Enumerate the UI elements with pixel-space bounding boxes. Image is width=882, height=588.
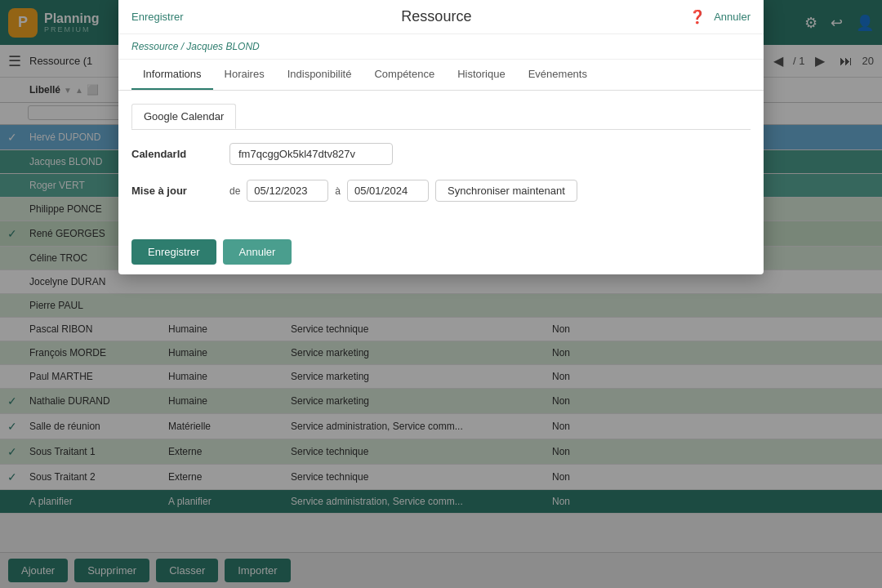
calendar-id-group: CalendarId (131, 143, 751, 165)
de-label: de (229, 185, 240, 197)
sync-button[interactable]: Synchroniser maintenant (435, 180, 577, 202)
date-to-input[interactable] (347, 180, 429, 202)
modal-body: Google Calendar CalendarId Mise à jour d… (118, 91, 764, 229)
modal-register-link[interactable]: Enregistrer (131, 11, 184, 23)
date-row: de à Synchroniser maintenant (229, 180, 577, 202)
modal-cancel-button[interactable]: Annuler (223, 239, 292, 265)
mise-a-jour-group: Mise à jour de à Synchroniser maintenant (131, 180, 751, 202)
tab-indisponibilite[interactable]: Indisponibilité (276, 60, 363, 90)
tab-historique[interactable]: Historique (446, 60, 517, 90)
help-icon[interactable]: ❓ (689, 9, 706, 24)
tab-evenements[interactable]: Evénements (517, 60, 599, 90)
modal-tabs: Informations Horaires Indisponibilité Co… (118, 60, 764, 91)
mise-a-jour-label: Mise à jour (131, 185, 229, 197)
modal-breadcrumb: Ressource / Jacques BLOND (118, 34, 764, 60)
modal-overlay: Enregistrer Ressource ❓ Annuler Ressourc… (0, 0, 882, 588)
a-label: à (335, 185, 341, 197)
date-from-input[interactable] (247, 180, 328, 202)
tab-horaires[interactable]: Horaires (213, 60, 276, 90)
calendar-id-input[interactable] (229, 143, 393, 165)
modal-cancel-link[interactable]: Annuler (714, 11, 751, 23)
modal-title: Ressource (197, 8, 677, 25)
modal-header-right: ❓ Annuler (689, 9, 751, 24)
tab-competence[interactable]: Compétence (363, 60, 446, 90)
tab-informations[interactable]: Informations (131, 60, 213, 90)
modal-header: Enregistrer Ressource ❓ Annuler (118, 0, 764, 34)
calendar-id-label: CalendarId (131, 148, 229, 160)
modal-save-button[interactable]: Enregistrer (131, 239, 216, 265)
modal: Enregistrer Ressource ❓ Annuler Ressourc… (118, 0, 764, 274)
modal-footer: Enregistrer Annuler (118, 229, 764, 274)
sub-tab-bar: Google Calendar (131, 104, 751, 130)
sub-tab-google-calendar[interactable]: Google Calendar (131, 104, 236, 129)
